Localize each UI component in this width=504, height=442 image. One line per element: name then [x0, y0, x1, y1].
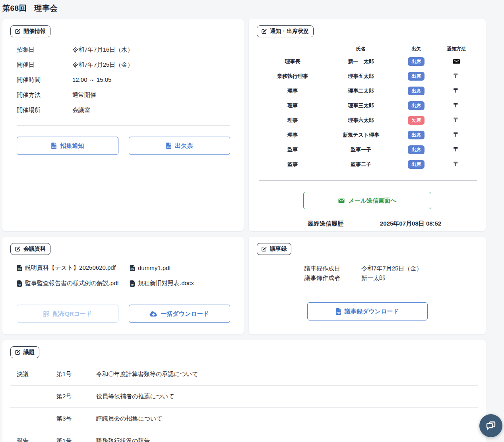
convocation-notice-button[interactable]: PDF 招集通知 [17, 137, 118, 155]
info-label: 開催日 [17, 61, 72, 69]
notify-method-cell: 〒 [436, 72, 476, 80]
divider [261, 291, 474, 291]
file-link[interactable]: PDF w 規程新旧対照表.docx [130, 280, 236, 287]
notify-method-cell: 〒 [436, 87, 476, 95]
agenda-type: 報告 [17, 437, 56, 442]
file-link[interactable]: PDF w 監事監査報告書の様式例の解説.pdf [17, 280, 130, 287]
distribute-qr-button[interactable]: 配布QRコード [17, 305, 118, 323]
materials-edit-button[interactable]: 会議資料 [10, 243, 50, 255]
notify-method-cell [436, 58, 476, 65]
minutes-download-button[interactable]: PDF 議事録ダウンロード [307, 302, 428, 320]
file-name: 規程新旧対照表.docx [138, 280, 194, 287]
postal-mark: 〒 [454, 102, 459, 108]
agenda-number: 第1号 [56, 437, 96, 442]
file-link[interactable]: PDF w dummy1.pdf [130, 264, 236, 272]
member-name: 理事二太郎 [326, 87, 396, 95]
agenda-title: 役員等候補者の推薦について [96, 393, 478, 400]
col-method: 通知方法 [436, 46, 476, 52]
chat-widget-button[interactable] [479, 414, 502, 437]
svg-text:PDF: PDF [167, 146, 171, 149]
attendance-row: 業務執行理事 理事五太郎 出席 〒 [259, 69, 476, 83]
info-value: 令和7年7月16日（水） [72, 46, 133, 54]
attendance-card: 通知・出席状況 氏名 出欠 通知方法 理事長 新一 太郎 出席 [249, 19, 486, 231]
meeting-info-buttons: PDF 招集通知 PDF 出欠票 [17, 137, 230, 155]
notify-method-cell: 〒 [436, 116, 476, 124]
attendance-slip-label: 出欠票 [175, 142, 193, 150]
status-badge: 出席 [408, 145, 425, 154]
info-value: 令和7年7月25日（金） [72, 61, 133, 69]
materials-file-list: PDF w 説明資料【テスト】20250620.pdf PDF w [17, 264, 236, 287]
convocation-notice-label: 招集通知 [60, 142, 84, 150]
agenda-row: 報告 第1号 職務執行状況の報告 [10, 430, 478, 442]
file-link[interactable]: PDF w 説明資料【テスト】20250620.pdf [17, 264, 130, 272]
svg-text:PDF: PDF [18, 284, 21, 286]
member-role: 理事 [259, 87, 326, 95]
minutes-edit-button[interactable]: 議事録 [257, 243, 291, 255]
minutes-card: 議事録 議事録作成日 令和7年7月25日（金） 議事録作成者 新一太郎 [249, 237, 486, 334]
status-cell: 出席 [396, 87, 436, 95]
status-badge: 出席 [408, 57, 425, 66]
agenda-number: 第1号 [56, 371, 96, 378]
agenda-number: 第3号 [56, 415, 96, 423]
member-name: 理事五太郎 [326, 73, 396, 80]
minutes-value: 新一太郎 [361, 274, 385, 282]
meeting-info-row: 開催方法 通常開催 [17, 91, 236, 99]
info-value: 会議室 [72, 106, 90, 114]
member-role: 理事 [259, 102, 326, 109]
pdf-file-icon: PDF [130, 265, 135, 271]
status-cell: 欠席 [396, 116, 436, 125]
agenda-type [17, 415, 56, 423]
file-name: 説明資料【テスト】20250620.pdf [25, 264, 116, 272]
postal-mark: 〒 [454, 131, 459, 138]
status-cell: 出席 [396, 101, 436, 110]
last-sent-row: 最終送信履歴 2025年07月08日 08:52 [308, 220, 478, 228]
agenda-type [17, 393, 56, 400]
agenda-edit-button[interactable]: 議題 [10, 346, 39, 358]
info-label: 開催場所 [17, 106, 72, 114]
attendance-row: 監事 監事二子 出席 〒 [259, 157, 476, 172]
col-status: 出欠 [396, 46, 436, 52]
agenda-row: 第3号 評議員会の招集について [10, 408, 478, 430]
meeting-info-row: 開催時間 12:00 ～ 15:05 [17, 76, 236, 84]
meeting-info-rows: 招集日 令和7年7月16日（水） 開催日 令和7年7月25日（金） 開催時間 1… [10, 46, 236, 114]
col-name: 氏名 [326, 46, 396, 52]
meeting-info-row: 開催日 令和7年7月25日（金） [17, 61, 236, 69]
status-badge: 出席 [408, 131, 425, 139]
notify-method-cell: 〒 [436, 131, 476, 139]
postal-mark: 〒 [454, 87, 459, 94]
divider [17, 125, 230, 125]
bulk-download-button[interactable]: 一括ダウンロード [129, 305, 231, 323]
member-name: 理事六太郎 [326, 117, 396, 124]
last-sent-value: 2025年07月08日 08:52 [380, 220, 441, 228]
attendance-edit-button[interactable]: 通知・出席状況 [257, 25, 314, 37]
postal-mark: 〒 [454, 72, 459, 79]
distribute-qr-label: 配布QRコード [53, 310, 92, 318]
cloud-download-icon [149, 311, 157, 317]
notify-method-cell: 〒 [436, 146, 476, 153]
edit-icon [15, 349, 21, 355]
status-badge: 出席 [408, 72, 425, 81]
info-label: 開催時間 [17, 76, 72, 84]
member-role: 理事 [259, 131, 326, 139]
info-label: 招集日 [17, 46, 72, 54]
bulk-download-label: 一括ダウンロード [161, 310, 209, 318]
member-role: 監事 [259, 146, 326, 153]
member-name: 新規テスト理事 [326, 131, 396, 139]
minutes-row: 議事録作成日 令和7年7月25日（金） [304, 265, 478, 272]
materials-card-title: 会議資料 [23, 245, 46, 253]
svg-text:PDF: PDF [18, 268, 21, 270]
meeting-info-edit-button[interactable]: 開催情報 [10, 25, 50, 37]
minutes-download-label: 議事録ダウンロード [345, 308, 399, 315]
minutes-label: 議事録作成日 [304, 265, 361, 272]
mail-send-label: メール送信画面へ [348, 197, 396, 205]
mail-send-button[interactable]: メール送信画面へ [303, 192, 431, 209]
minutes-card-title: 議事録 [270, 245, 287, 253]
member-role: 理事 [259, 117, 326, 124]
meeting-info-row: 招集日 令和7年7月16日（水） [17, 46, 236, 54]
attendance-row: 理事長 新一 太郎 出席 [259, 54, 476, 69]
status-badge: 欠席 [408, 116, 425, 125]
notify-method-cell: 〒 [436, 160, 476, 168]
minutes-label: 議事録作成者 [304, 274, 361, 282]
attendance-slip-button[interactable]: PDF 出欠票 [129, 137, 231, 155]
file-name: 監事監査報告書の様式例の解説.pdf [25, 280, 119, 287]
